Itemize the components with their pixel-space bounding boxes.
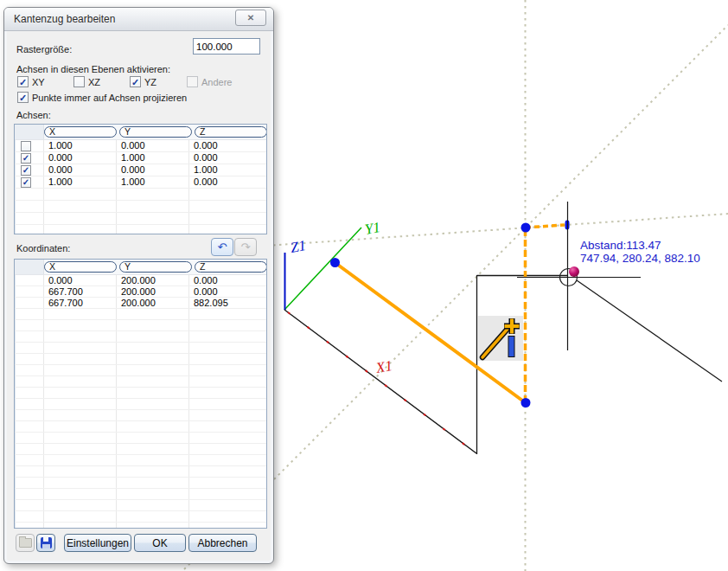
cell-z[interactable]: 0.000: [188, 176, 266, 188]
row-checkbox-cell[interactable]: ✓: [15, 164, 43, 176]
distance-readout: Abstand:113.47: [580, 239, 661, 252]
redo-button[interactable]: ↷: [234, 238, 257, 256]
empty-cell: [116, 309, 188, 319]
settings-button[interactable]: Einstellungen: [64, 534, 131, 552]
wireframe-edge-diagonal[interactable]: [577, 280, 722, 382]
column-header-y[interactable]: Y: [119, 126, 192, 138]
achsen-row[interactable]: ✓ 1.000 1.000 0.000: [15, 176, 266, 189]
empty-cell: [15, 225, 43, 234]
empty-cell: [43, 421, 116, 432]
checkbox-icon: [73, 76, 85, 87]
vertex-point-2[interactable]: [521, 398, 531, 407]
empty-cell: [188, 388, 266, 398]
empty-cell: [15, 376, 43, 387]
empty-cell: [43, 466, 116, 477]
row-checkbox-cell[interactable]: [15, 140, 43, 151]
redo-icon: ↷: [241, 241, 251, 253]
plane-checkbox-yz[interactable]: ✓ YZ: [130, 76, 156, 87]
cell-y[interactable]: 0.000: [116, 140, 188, 151]
column-header-z[interactable]: Z: [195, 261, 267, 273]
cell-y[interactable]: 200.000: [116, 298, 188, 308]
raster-size-input[interactable]: [193, 38, 260, 55]
empty-cell: [43, 320, 116, 330]
vertex-point-3[interactable]: [521, 223, 531, 233]
empty-cell: [15, 466, 43, 477]
cell-x[interactable]: 0.000: [43, 164, 116, 176]
cell-x[interactable]: 1.000: [43, 176, 116, 188]
close-button[interactable]: ✕: [235, 10, 266, 26]
empty-cell: [188, 511, 266, 522]
raster-size-label: Rastergröße:: [16, 44, 72, 55]
cell-z[interactable]: 0.000: [188, 275, 266, 286]
undo-button[interactable]: ↶: [211, 238, 233, 256]
achsen-row[interactable]: 1.000 0.000 0.000: [15, 140, 266, 152]
empty-cell: [15, 421, 43, 432]
table-empty-row: [15, 388, 266, 399]
cell-x[interactable]: 667.700: [43, 286, 116, 297]
cell-z[interactable]: 882.095: [188, 298, 266, 308]
empty-cell: [116, 466, 188, 477]
vertex-point-1[interactable]: [330, 258, 340, 267]
empty-cell: [116, 365, 188, 375]
cell-y[interactable]: 1.000: [116, 176, 188, 188]
snap-point: [569, 266, 579, 277]
cell-z[interactable]: 0.000: [188, 140, 266, 151]
empty-cell: [116, 444, 188, 454]
koordinaten-row[interactable]: 667.700 200.000 0.000: [15, 286, 266, 298]
save-button[interactable]: [36, 534, 55, 552]
cell-y[interactable]: 200.000: [116, 275, 188, 286]
empty-cell: [15, 201, 43, 212]
empty-cell: [188, 354, 266, 364]
achsen-row[interactable]: ✓ 0.000 0.000 1.000: [15, 164, 266, 176]
cell-z[interactable]: 1.000: [188, 164, 266, 176]
empty-cell: [43, 201, 116, 212]
empty-cell: [116, 500, 188, 510]
cell-z[interactable]: 0.000: [188, 152, 266, 164]
axis-z-label: Z1: [289, 237, 307, 256]
row-checkbox-cell[interactable]: ✓: [15, 176, 43, 188]
checkbox-icon: [21, 141, 31, 151]
empty-cell: [116, 213, 188, 224]
cell-z[interactable]: 0.000: [188, 286, 266, 297]
ok-button-label: OK: [152, 537, 167, 549]
achsen-row[interactable]: ✓ 0.000 1.000 0.000: [15, 152, 266, 164]
cell-y[interactable]: 1.000: [116, 152, 188, 164]
koordinaten-row[interactable]: 667.700 200.000 882.095: [15, 298, 266, 309]
empty-cell: [116, 455, 188, 465]
empty-cell: [15, 365, 43, 375]
cancel-button[interactable]: Abbrechen: [188, 534, 257, 552]
column-header-z[interactable]: Z: [195, 126, 267, 138]
ok-button[interactable]: OK: [134, 534, 186, 552]
column-header-x[interactable]: X: [44, 261, 117, 273]
cell-y[interactable]: 0.000: [116, 164, 188, 176]
empty-cell: [116, 343, 188, 353]
empty-cell: [15, 399, 43, 409]
column-header-x[interactable]: X: [44, 126, 117, 138]
empty-cell: [116, 331, 188, 342]
cell-x[interactable]: 667.700: [43, 298, 116, 308]
checkbox-icon: ✓: [130, 76, 141, 87]
koordinaten-row[interactable]: 0.000 200.000 0.000: [15, 275, 266, 286]
row-checkbox-cell[interactable]: ✓: [15, 152, 43, 164]
empty-cell: [43, 500, 116, 510]
checkbox-icon: ✓: [17, 76, 29, 87]
table-empty-row: [15, 489, 266, 500]
plane-checkbox-xz[interactable]: XZ: [73, 76, 100, 87]
empty-cell: [188, 213, 266, 224]
empty-cell: [188, 365, 266, 375]
empty-cell: [188, 523, 266, 529]
cell-x[interactable]: 1.000: [43, 140, 116, 151]
project-points-checkbox[interactable]: ✓ Punkte immer auf Achsen projizieren: [17, 92, 187, 103]
plane-checkbox-xy[interactable]: ✓ XY: [17, 76, 45, 87]
dialog-titlebar[interactable]: Kantenzug bearbeiten ✕: [4, 8, 273, 31]
table-empty-row: [15, 511, 266, 523]
cell-y[interactable]: 200.000: [116, 286, 188, 297]
cell-x[interactable]: 0.000: [43, 275, 116, 286]
cell-x[interactable]: 0.000: [43, 152, 116, 164]
plane-yz-label: YZ: [144, 77, 156, 87]
empty-cell: [116, 320, 188, 330]
load-button[interactable]: [16, 534, 35, 552]
empty-cell: [116, 201, 188, 212]
column-header-y[interactable]: Y: [119, 261, 192, 273]
row-spacer-cell: [15, 286, 43, 297]
